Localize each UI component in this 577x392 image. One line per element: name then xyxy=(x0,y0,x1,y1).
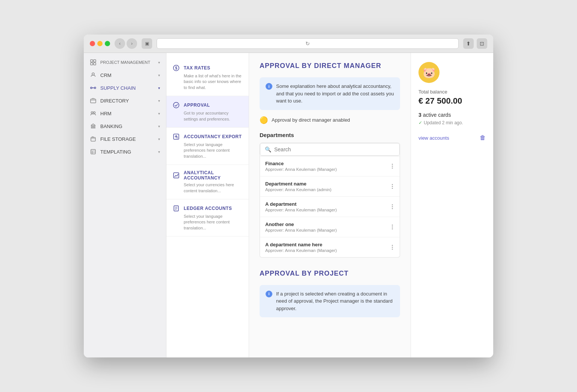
nav-buttons: ‹ › xyxy=(115,38,137,49)
sidebar-item-templating[interactable]: TEMPLATING ▾ xyxy=(84,145,166,158)
supply-chain-icon xyxy=(90,84,97,91)
ledger-icon xyxy=(172,205,180,212)
back-button[interactable]: ‹ xyxy=(115,38,125,49)
sidebar: PROJECT MANAGEMENT ▾ CRM ▾ xyxy=(84,53,166,357)
settings-panel: $ TAX RATES Make a list of what's here i… xyxy=(166,53,249,357)
dept-item-a-department-name-here[interactable]: A department name here Approver: Anna Ke… xyxy=(260,237,400,257)
search-input[interactable] xyxy=(274,146,395,152)
ledger-title: LEDGER ACCOUNTS xyxy=(184,206,232,211)
approval-icon xyxy=(172,101,180,109)
svg-rect-1 xyxy=(94,60,96,62)
svg-rect-8 xyxy=(91,99,96,103)
export-title: ACCOUNTANCY EXPORT xyxy=(184,134,242,139)
chevron-down-icon: ▾ xyxy=(158,99,160,103)
banking-icon xyxy=(90,123,97,130)
view-accounts-link[interactable]: view accounts 🗑 xyxy=(418,134,486,141)
file-storage-icon xyxy=(90,136,97,142)
settings-item-header: ACCOUNTANCY EXPORT xyxy=(172,133,243,140)
maximize-button[interactable] xyxy=(105,41,110,46)
svg-rect-12 xyxy=(93,125,94,127)
svg-point-5 xyxy=(91,87,92,89)
traffic-lights xyxy=(90,41,110,46)
settings-item-header: $ TAX RATES xyxy=(172,64,243,72)
dept-info: Finance Approver: Anna Keuleman (Manager… xyxy=(265,161,337,172)
browser-actions: ⬆ ⊡ xyxy=(463,38,487,49)
project-info-text: If a project is selected when creating a… xyxy=(276,290,394,312)
dept-item-department-name[interactable]: Department name Approver: Anna Keuleman … xyxy=(260,176,400,197)
dept-item-a-department[interactable]: A department Approver: Anna Keuleman (Ma… xyxy=(260,197,400,217)
grid-icon xyxy=(90,59,97,66)
balance-label: Total balance xyxy=(418,89,447,95)
sidebar-item-project-management[interactable]: PROJECT MANAGEMENT ▾ xyxy=(84,56,166,69)
dept-item-finance[interactable]: Finance Approver: Anna Keuleman (Manager… xyxy=(260,156,400,176)
sidebar-file-storage-label: FILE STORAGE xyxy=(100,136,154,142)
dept-info: A department name here Approver: Anna Ke… xyxy=(265,242,337,253)
toggle-icon[interactable]: 🟡 xyxy=(260,116,268,124)
svg-rect-0 xyxy=(91,60,93,62)
ledger-desc: Select your language preferences here co… xyxy=(172,214,243,231)
browser-chrome: ‹ › ▣ ↻ ⬆ ⊡ xyxy=(84,35,493,53)
section2-title: APPROVAL BY PROJECT xyxy=(260,270,400,277)
close-button[interactable] xyxy=(90,41,95,46)
forward-button[interactable]: › xyxy=(127,38,137,49)
analytical-title: ANALYTICAL ACCOUNTANCY xyxy=(184,170,243,181)
trash-icon[interactable]: 🗑 xyxy=(480,134,486,141)
settings-item-ledger-accounts[interactable]: LEDGER ACCOUNTS Select your language pre… xyxy=(166,199,249,237)
svg-rect-13 xyxy=(94,125,95,127)
dept-name: A department xyxy=(265,201,337,207)
sidebar-item-banking[interactable]: BANKING ▾ xyxy=(84,120,166,133)
settings-item-approval[interactable]: APPROVAL Got to your accountancy setting… xyxy=(166,96,249,128)
toggle-row: 🟡 Approval by direct manager anabled xyxy=(260,116,400,124)
chevron-down-icon: ▾ xyxy=(158,73,160,77)
dept-menu-button[interactable] xyxy=(390,243,394,251)
svg-rect-16 xyxy=(91,149,95,154)
dept-info: Department name Approver: Anna Keuleman … xyxy=(265,181,331,192)
approval-title: APPROVAL xyxy=(184,103,210,108)
sidebar-item-file-storage[interactable]: FILE STORAGE ▾ xyxy=(84,133,166,145)
dept-menu-button[interactable] xyxy=(390,162,394,170)
sidebar-project-label: PROJECT MANAGEMENT xyxy=(100,60,154,65)
dept-info: Another one Approver: Anna Keuleman (Man… xyxy=(265,222,337,232)
svg-rect-11 xyxy=(91,125,92,127)
updated-text: Updated 2 min ago. xyxy=(424,120,463,125)
settings-item-accountancy-export[interactable]: ACCOUNTANCY EXPORT Select your language … xyxy=(166,128,249,165)
search-icon: 🔍 xyxy=(265,146,271,152)
dept-item-another-one[interactable]: Another one Approver: Anna Keuleman (Man… xyxy=(260,217,400,237)
dept-approver: Approver: Anna Keuleman (Manager) xyxy=(265,208,337,212)
sidebar-toggle-button[interactable]: ▣ xyxy=(142,38,152,49)
toggle-label: Approval by direct manager anabled xyxy=(272,117,350,123)
settings-item-tax-rates[interactable]: $ TAX RATES Make a list of what's here i… xyxy=(166,59,249,96)
address-bar[interactable]: ↻ xyxy=(157,38,459,49)
sidebar-crm-label: CRM xyxy=(100,72,154,78)
sidebar-item-supply-chain[interactable]: SUPPLY CHAIN ▾ xyxy=(84,81,166,94)
info-icon: i xyxy=(266,291,272,297)
sidebar-item-directory[interactable]: DIRECTORY ▾ xyxy=(84,94,166,107)
svg-point-9 xyxy=(91,112,93,114)
search-box: 🔍 xyxy=(260,143,400,156)
dept-menu-button[interactable] xyxy=(390,223,394,231)
minimize-button[interactable] xyxy=(97,41,103,46)
piggy-bank-icon: 🐷 xyxy=(418,62,440,83)
dept-menu-button[interactable] xyxy=(390,182,394,190)
svg-text:$: $ xyxy=(175,66,177,70)
sidebar-item-hrm[interactable]: HRM ▾ xyxy=(84,107,166,120)
chevron-down-icon: ▾ xyxy=(158,124,160,128)
svg-point-6 xyxy=(94,87,96,89)
check-icon: ✓ xyxy=(418,120,422,125)
browser-window: ‹ › ▣ ↻ ⬆ ⊡ PROJEC xyxy=(84,35,493,357)
app-body: PROJECT MANAGEMENT ▾ CRM ▾ xyxy=(84,53,493,357)
dept-menu-button[interactable] xyxy=(390,203,394,211)
export-icon xyxy=(172,133,180,140)
export-desc: Select your language preferences here co… xyxy=(172,142,243,159)
updated-row: ✓ Updated 2 min ago. xyxy=(418,120,463,125)
departments-list: Finance Approver: Anna Keuleman (Manager… xyxy=(260,156,400,258)
active-cards-label: active cards xyxy=(423,112,451,118)
sidebar-item-crm[interactable]: CRM ▾ xyxy=(84,69,166,81)
new-tab-button[interactable]: ⊡ xyxy=(477,38,487,49)
settings-item-analytical-accountancy[interactable]: ANALYTICAL ACCOUNTANCY Select your curre… xyxy=(166,165,249,199)
chevron-down-icon: ▾ xyxy=(158,137,160,141)
dept-name: Another one xyxy=(265,222,337,227)
share-button[interactable]: ⬆ xyxy=(463,38,474,49)
info-box-project: i If a project is selected when creating… xyxy=(260,285,400,318)
active-cards-row: 3 active cards xyxy=(418,112,451,118)
